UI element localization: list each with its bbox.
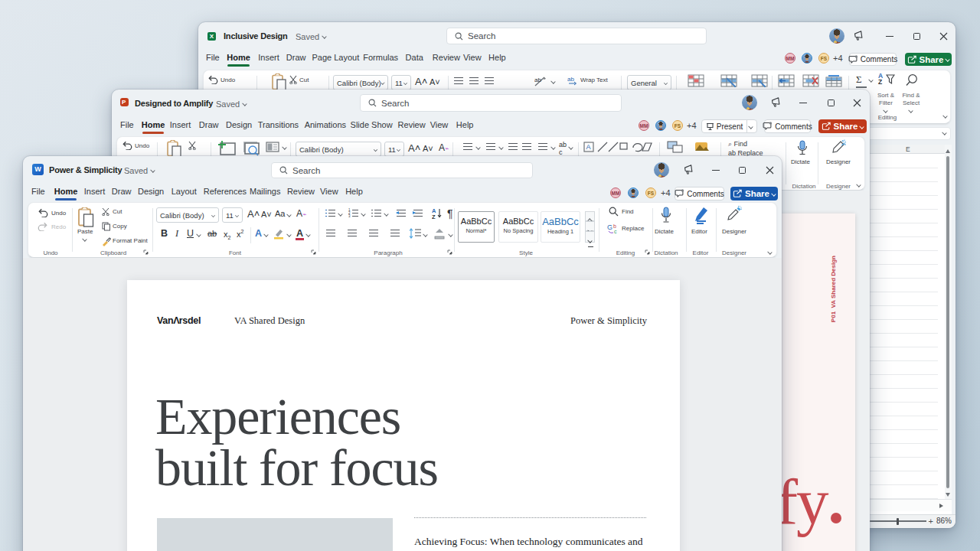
svg-text:ab: ab bbox=[567, 76, 574, 83]
svg-text:b: b bbox=[613, 223, 616, 229]
svg-text:c: c bbox=[614, 229, 617, 234]
svg-text:G: G bbox=[607, 223, 612, 231]
svg-text:ab: ab bbox=[534, 77, 541, 83]
svg-text:A: A bbox=[586, 143, 591, 151]
svg-text:Z: Z bbox=[432, 214, 436, 219]
